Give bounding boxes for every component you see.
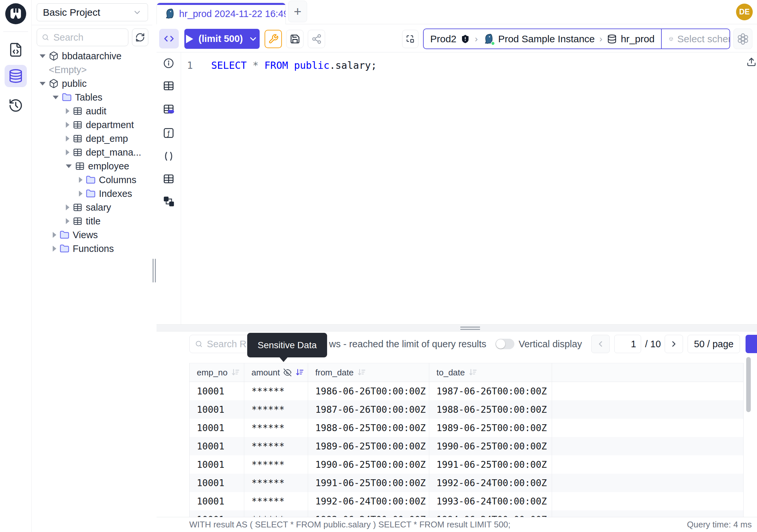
caret-right-icon[interactable] xyxy=(53,232,56,238)
sidebar-search-input[interactable] xyxy=(53,32,123,43)
table-cell[interactable]: ****** xyxy=(244,400,308,419)
splitter-handle[interactable] xyxy=(460,327,480,331)
tree-item-salary[interactable]: salary xyxy=(32,201,152,214)
table-row[interactable]: 10001******1990-06-25T00:00:00Z1991-06-2… xyxy=(190,455,743,474)
tree-item-department[interactable]: department xyxy=(32,118,152,132)
tree-item-empty[interactable]: <Empty> xyxy=(32,63,152,77)
table-cell[interactable]: ****** xyxy=(244,492,308,510)
table-cell[interactable]: 10001 xyxy=(190,437,244,455)
caret-right-icon[interactable] xyxy=(53,246,56,252)
caret-down-icon[interactable] xyxy=(40,54,45,58)
sort-icon[interactable] xyxy=(468,368,477,377)
table-cell[interactable]: 1993-06-24T00:00:00Z xyxy=(308,510,429,517)
column-header-from-date[interactable]: from_date xyxy=(308,363,429,382)
caret-right-icon[interactable] xyxy=(66,108,70,114)
table-cell[interactable]: ****** xyxy=(244,510,308,517)
run-query-button[interactable]: (limit 500) xyxy=(184,29,260,49)
tree-item-dept-emp[interactable]: dept_emp xyxy=(32,132,152,145)
next-page-button[interactable] xyxy=(665,335,683,353)
tree-item-audit[interactable]: audit xyxy=(32,104,152,118)
table-row[interactable]: 10001******1989-06-25T00:00:00Z1990-06-2… xyxy=(190,437,743,455)
results-scrollbar-thumb[interactable] xyxy=(746,357,751,412)
bytebase-logo[interactable] xyxy=(5,3,26,24)
rail-history-button[interactable] xyxy=(5,94,27,117)
page-size-select[interactable]: 50 / page xyxy=(687,335,740,353)
table-cell[interactable] xyxy=(552,382,743,400)
table-cell[interactable]: 1991-06-25T00:00:00Z xyxy=(308,474,429,492)
table-cell[interactable]: 1990-06-25T00:00:00Z xyxy=(308,455,429,474)
new-tab-button[interactable]: + xyxy=(288,1,307,22)
table-row[interactable]: 10001******1988-06-25T00:00:00Z1989-06-2… xyxy=(190,419,743,437)
schema-selector[interactable]: Select schema xyxy=(661,29,730,48)
table-row[interactable]: 10001******1992-06-24T00:00:00Z1993-06-2… xyxy=(190,492,743,510)
table-cell[interactable]: 10001 xyxy=(190,510,244,517)
table-cell[interactable]: 10001 xyxy=(190,419,244,437)
sql-code[interactable]: SELECT * FROM public.salary; xyxy=(201,60,377,71)
table-cell[interactable]: 10001 xyxy=(190,455,244,474)
diagram-panel-button[interactable] xyxy=(163,196,174,207)
connection-path[interactable]: Prod2 › Prod Sample Instance › hr_prod xyxy=(424,29,661,48)
table-row[interactable]: 10001******1993-06-24T00:00:00Z1994-06-2… xyxy=(190,510,743,517)
tree-item-tables[interactable]: Tables xyxy=(32,90,152,104)
table-cell[interactable]: 10001 xyxy=(190,474,244,492)
table-cell[interactable]: 1988-06-25T00:00:00Z xyxy=(308,419,429,437)
caret-right-icon[interactable] xyxy=(66,122,70,128)
table-cell[interactable]: ****** xyxy=(244,474,308,492)
table-cell[interactable]: ****** xyxy=(244,382,308,400)
table-cell[interactable]: 1989-06-25T00:00:00Z xyxy=(429,419,552,437)
table-cell[interactable] xyxy=(552,492,743,510)
caret-right-icon[interactable] xyxy=(66,136,70,141)
save-sheet-button[interactable] xyxy=(286,30,304,48)
table-row[interactable]: 10001******1987-06-26T00:00:00Z1988-06-2… xyxy=(190,400,743,419)
table-row[interactable]: 10001******1991-06-25T00:00:00Z1992-06-2… xyxy=(190,474,743,492)
table-cell[interactable]: 10001 xyxy=(190,382,244,400)
masked-eye-off-icon[interactable] xyxy=(283,368,292,377)
caret-down-icon[interactable] xyxy=(53,96,59,99)
project-selector[interactable]: Basic Project xyxy=(37,3,148,21)
caret-right-icon[interactable] xyxy=(79,177,82,183)
table-cell[interactable] xyxy=(552,400,743,419)
table-cell[interactable]: ****** xyxy=(244,437,308,455)
sort-icon[interactable] xyxy=(295,368,304,377)
caret-right-icon[interactable] xyxy=(66,149,70,155)
column-header-emp-no[interactable]: emp_no xyxy=(190,363,244,382)
table-cell[interactable]: 1988-06-25T00:00:00Z xyxy=(429,400,552,419)
editor-body[interactable]: 1 SELECT * FROM public.salary; xyxy=(181,52,757,324)
functions-panel-button[interactable]: ƒ xyxy=(163,127,174,139)
tree-item-columns[interactable]: Columns xyxy=(32,173,152,187)
user-avatar[interactable]: DE xyxy=(736,4,753,20)
table-cell[interactable]: 1994-06-24T00:00:00Z xyxy=(429,510,552,517)
refresh-schema-button[interactable] xyxy=(132,28,148,46)
sidebar-resize-handle[interactable] xyxy=(153,259,157,282)
table-cell[interactable]: 1992-06-24T00:00:00Z xyxy=(308,492,429,510)
tree-item-employee[interactable]: employee xyxy=(32,159,152,173)
table-cell[interactable]: 1992-06-24T00:00:00Z xyxy=(429,474,552,492)
table-cell[interactable]: 10001 xyxy=(190,400,244,419)
table-cell[interactable]: 1990-06-25T00:00:00Z xyxy=(429,437,552,455)
table-cell[interactable] xyxy=(552,474,743,492)
ai-assistant-button[interactable] xyxy=(733,28,752,49)
table-cell[interactable]: 1993-06-24T00:00:00Z xyxy=(429,492,552,510)
code-line[interactable]: 1 SELECT * FROM public.salary; xyxy=(181,58,757,73)
share-sheet-button[interactable] xyxy=(308,30,325,48)
table-cell[interactable] xyxy=(552,419,743,437)
caret-down-icon[interactable] xyxy=(66,165,72,168)
table-cell[interactable] xyxy=(552,510,743,517)
caret-right-icon[interactable] xyxy=(79,191,82,197)
tree-item-public[interactable]: public xyxy=(32,77,152,90)
panel-splitter[interactable] xyxy=(157,324,757,331)
upload-icon[interactable] xyxy=(746,57,756,67)
masking-panel-button[interactable] xyxy=(163,103,174,115)
tree-item-indexes[interactable]: Indexes xyxy=(32,187,152,201)
rail-worksheets-button[interactable] xyxy=(5,39,27,61)
tree-item-dept-mana[interactable]: dept_mana... xyxy=(32,145,152,159)
sort-icon[interactable] xyxy=(357,368,366,377)
table-cell[interactable]: 1991-06-25T00:00:00Z xyxy=(429,455,552,474)
tree-item-title[interactable]: title xyxy=(32,214,152,228)
tree-item-functions[interactable]: Functions xyxy=(32,242,152,256)
rail-databases-button[interactable] xyxy=(5,65,27,87)
views-panel-button[interactable] xyxy=(163,173,174,185)
sql-mode-button[interactable] xyxy=(159,29,179,48)
prev-page-button[interactable] xyxy=(591,335,610,353)
caret-down-icon[interactable] xyxy=(40,82,45,85)
